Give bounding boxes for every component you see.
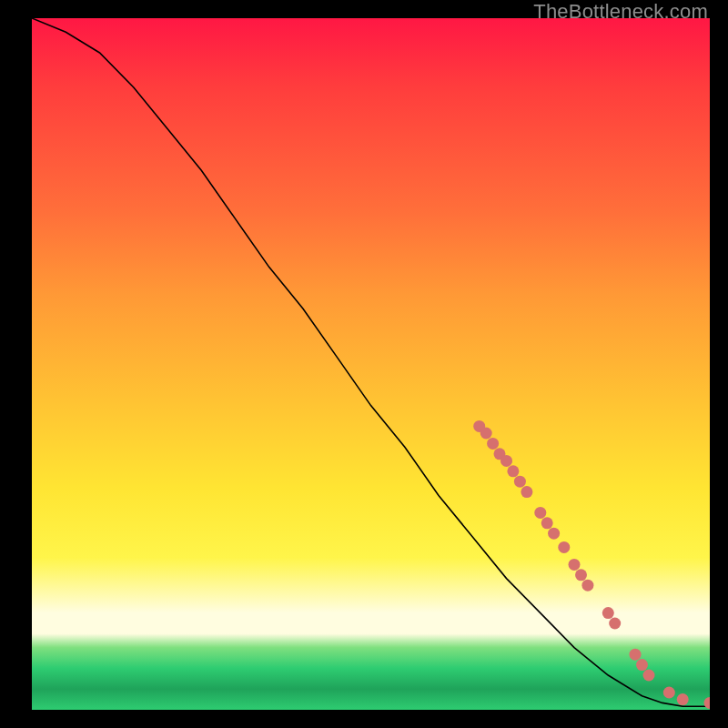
marker-point — [473, 420, 485, 432]
marker-point — [534, 507, 546, 519]
marker-point — [480, 428, 492, 440]
marker-point — [677, 693, 689, 705]
marker-point — [643, 670, 655, 682]
watermark-text: TheBottleneck.com — [533, 0, 708, 24]
chart-svg — [32, 18, 710, 710]
marker-point — [704, 697, 711, 709]
marker-point — [569, 559, 581, 571]
marker-point — [602, 607, 614, 619]
marker-point — [514, 476, 526, 488]
marker-point — [500, 455, 512, 467]
bottleneck-curve — [32, 18, 710, 706]
marker-point — [521, 486, 532, 498]
marker-group — [473, 420, 710, 709]
chart-container: TheBottleneck.com — [0, 0, 728, 728]
marker-point — [558, 541, 570, 553]
marker-point — [581, 580, 593, 592]
plot-area — [32, 18, 710, 710]
marker-point — [507, 465, 519, 477]
marker-point — [541, 517, 553, 529]
marker-point — [630, 649, 642, 661]
marker-point — [609, 618, 621, 630]
marker-point — [663, 687, 675, 699]
marker-point — [575, 569, 587, 581]
marker-point — [636, 659, 648, 671]
marker-point — [487, 438, 499, 450]
marker-point — [548, 528, 560, 540]
marker-point — [494, 448, 506, 460]
